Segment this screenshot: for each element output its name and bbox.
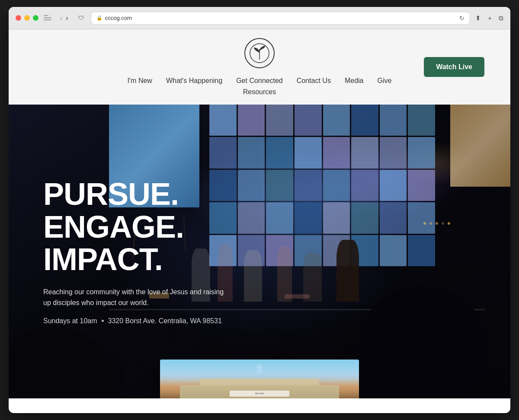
privacy-shield-icon: 🛡 (78, 15, 84, 21)
right-stage-screen (450, 105, 510, 187)
hero-subtitle: Reaching our community with the love of … (43, 286, 225, 309)
maximize-button[interactable] (33, 15, 38, 21)
ceiling-lights (423, 222, 450, 225)
main-navigation: I'm New What's Happening Get Connected C… (128, 77, 392, 85)
audience-person (84, 350, 124, 398)
hero-content: PURSUE. ENGAGE. IMPACT. Reaching our com… (9, 152, 260, 351)
service-address: 3320 Borst Ave. Centralia, WA 98531 (108, 317, 222, 325)
nav-get-connected[interactable]: Get Connected (236, 77, 283, 85)
browser-nav-controls: ‹ › (60, 15, 68, 22)
nav-im-new[interactable]: I'm New (128, 77, 152, 85)
minimize-button[interactable] (24, 15, 30, 21)
website-content: Watch Live I'm New What's Happening Get … (9, 29, 510, 398)
stage-keyboard (285, 294, 310, 299)
nav-whats-happening[interactable]: What's Happening (166, 77, 222, 85)
site-logo[interactable] (244, 38, 275, 68)
hero-title: PURSUE. ENGAGE. IMPACT. (43, 178, 225, 276)
tab-overview-icon[interactable]: ⧉ (499, 14, 503, 22)
logo-icon (249, 42, 270, 64)
address-separator (102, 320, 104, 322)
nav-contact-us[interactable]: Contact Us (297, 77, 331, 85)
sidebar-toggle-icon[interactable] (44, 15, 51, 21)
performer-6 (336, 240, 359, 302)
nav-media[interactable]: Media (345, 77, 364, 85)
hero-title-line2: ENGAGE. (43, 211, 225, 244)
address-bar[interactable]: 🔒 cccog.com ↻ (91, 12, 471, 25)
watch-live-button[interactable]: Watch Live (424, 57, 484, 77)
share-icon[interactable]: ⬆ (475, 14, 481, 22)
hero-section: PURSUE. ENGAGE. IMPACT. Reaching our com… (9, 105, 510, 398)
reload-icon[interactable]: ↻ (459, 15, 465, 22)
bottom-teaser: WELCOME (160, 360, 359, 398)
lock-icon: 🔒 (96, 15, 103, 21)
browser-chrome: ‹ › 🛡 🔒 cccog.com ↻ ⬆ + ⧉ (9, 7, 510, 29)
secondary-navigation: Resources (243, 88, 276, 96)
hero-title-line3: IMPACT. (43, 243, 225, 276)
url-display: cccog.com (105, 15, 132, 21)
forward-button[interactable]: › (66, 15, 68, 22)
traffic-lights (16, 15, 38, 21)
browser-window: ‹ › 🛡 🔒 cccog.com ↻ ⬆ + ⧉ Watch Live (9, 7, 510, 413)
church-building-image: WELCOME (160, 360, 359, 398)
close-button[interactable] (16, 15, 21, 21)
browser-actions: ⬆ + ⧉ (475, 14, 503, 22)
hero-address: Sundays at 10am 3320 Borst Ave. Centrali… (43, 317, 225, 325)
nav-resources[interactable]: Resources (243, 88, 276, 96)
service-time: Sundays at 10am (43, 317, 97, 325)
nav-give[interactable]: Give (377, 77, 391, 85)
performer-4 (277, 247, 292, 301)
new-tab-icon[interactable]: + (488, 14, 492, 22)
hero-title-line1: PURSUE. (43, 178, 225, 211)
site-header: Watch Live I'm New What's Happening Get … (9, 29, 510, 105)
back-button[interactable]: ‹ (60, 15, 62, 22)
